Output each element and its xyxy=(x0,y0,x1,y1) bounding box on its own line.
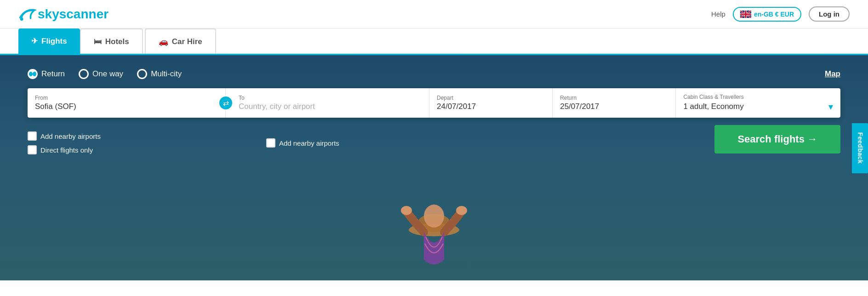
from-checkboxes: Add nearby airports Direct flights only xyxy=(28,131,101,154)
to-field-group: To xyxy=(226,88,429,118)
add-nearby-from-checkbox[interactable] xyxy=(28,131,37,141)
depart-field-group[interactable]: Depart 24/07/2017 xyxy=(429,88,553,118)
to-input[interactable] xyxy=(239,102,422,111)
swap-button[interactable]: ⇄ xyxy=(218,95,234,111)
logo-text: skyscanner xyxy=(38,7,108,22)
add-nearby-from-label[interactable]: Add nearby airports xyxy=(28,131,101,141)
cabin-row: 1 adult, Economy ▾ xyxy=(683,101,833,112)
svg-point-6 xyxy=(456,206,467,215)
cabin-value: 1 adult, Economy xyxy=(683,102,828,111)
depart-label: Depart xyxy=(437,95,545,101)
header-right: Help en-GB € EUR Log in xyxy=(711,6,850,22)
tab-hotels-label: Hotels xyxy=(105,37,129,46)
search-btn-wrap: Search flights → xyxy=(714,125,840,154)
direct-flights-text: Direct flights only xyxy=(40,146,93,154)
to-checkboxes: Add nearby airports xyxy=(266,138,339,148)
add-nearby-to-checkbox[interactable] xyxy=(266,138,275,148)
direct-flights-checkbox[interactable] xyxy=(28,145,37,154)
to-label: To xyxy=(239,95,422,101)
radio-one-way[interactable]: One way xyxy=(79,69,123,79)
search-flights-button[interactable]: Search flights → xyxy=(714,125,840,154)
svg-point-4 xyxy=(424,205,444,228)
search-fields-bar: From ⇄ To Depart 24/07/2017 Return 25/0 xyxy=(28,88,840,118)
hotels-icon: 🛏 xyxy=(94,37,102,46)
person-silhouette xyxy=(393,179,475,271)
add-nearby-from-text: Add nearby airports xyxy=(40,132,101,140)
radio-one-way-circle xyxy=(79,69,89,79)
hero-section: Return One way Multi-city Map From ⇄ xyxy=(0,55,868,280)
login-button[interactable]: Log in xyxy=(809,6,850,22)
bottom-row: Add nearby airports Direct flights only … xyxy=(28,124,840,154)
radio-multi-city[interactable]: Multi-city xyxy=(137,69,182,79)
tab-car-hire[interactable]: 🚗 Car Hire xyxy=(145,28,216,54)
tab-flights-label: Flights xyxy=(41,37,67,46)
flag-icon xyxy=(740,11,751,18)
radio-multi-city-circle xyxy=(137,69,147,79)
cabin-field-group[interactable]: Cabin Class & Travellers 1 adult, Econom… xyxy=(676,88,840,118)
car-icon: 🚗 xyxy=(159,37,168,46)
tab-hotels[interactable]: 🛏 Hotels xyxy=(80,28,143,54)
feedback-tab[interactable]: Feedback xyxy=(852,123,868,173)
locale-text: en-GB € EUR xyxy=(754,11,794,18)
flights-icon: ✈ xyxy=(31,36,38,46)
logo-area: skyscanner xyxy=(18,7,108,22)
trip-type-row: Return One way Multi-city Map xyxy=(28,69,840,79)
return-value: 25/07/2017 xyxy=(560,102,668,111)
search-overlay: Return One way Multi-city Map From ⇄ xyxy=(0,55,868,154)
svg-point-0 xyxy=(20,17,23,20)
add-nearby-to-text: Add nearby airports xyxy=(279,139,339,147)
tab-car-hire-label: Car Hire xyxy=(172,37,202,46)
tab-flights[interactable]: ✈ Flights xyxy=(18,28,80,54)
logo-icon xyxy=(18,7,38,22)
cabin-label: Cabin Class & Travellers xyxy=(683,94,833,100)
locale-button[interactable]: en-GB € EUR xyxy=(733,7,801,22)
radio-return[interactable]: Return xyxy=(28,69,65,79)
add-nearby-to-label[interactable]: Add nearby airports xyxy=(266,138,339,148)
checkboxes-row: Add nearby airports Direct flights only … xyxy=(28,131,339,154)
radio-return-label: Return xyxy=(41,69,65,79)
from-input[interactable] xyxy=(35,102,218,111)
from-label: From xyxy=(35,95,218,101)
depart-value: 24/07/2017 xyxy=(437,102,545,111)
radio-return-circle xyxy=(28,69,38,79)
header: skyscanner Help en-GB € EUR Log in xyxy=(0,0,868,28)
return-label: Return xyxy=(560,95,668,101)
from-field-group: From ⇄ xyxy=(28,88,226,118)
cabin-dropdown-arrow: ▾ xyxy=(828,101,833,112)
radio-one-way-label: One way xyxy=(92,69,123,79)
map-link[interactable]: Map xyxy=(825,69,840,79)
help-link[interactable]: Help xyxy=(711,10,725,18)
return-field-group[interactable]: Return 25/07/2017 xyxy=(553,88,676,118)
svg-point-5 xyxy=(401,206,412,215)
radio-multi-city-label: Multi-city xyxy=(151,69,182,79)
direct-flights-label[interactable]: Direct flights only xyxy=(28,145,101,154)
tabs-bar: ✈ Flights 🛏 Hotels 🚗 Car Hire xyxy=(0,28,868,55)
